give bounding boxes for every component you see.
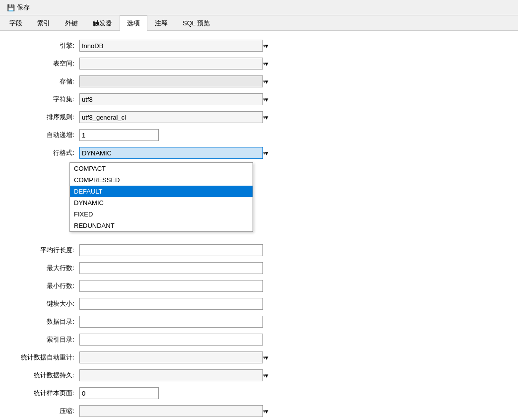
engine-control: InnoDB MyISAM MEMORY ▾ (79, 40, 268, 52)
stats-auto-recalc-select-wrapper: ▾ (79, 351, 268, 363)
stats-auto-recalc-row: 统计数据自动重计: ▾ (10, 350, 508, 364)
dropdown-item-redundant[interactable]: REDUNDANT (70, 220, 253, 231)
data-dir-control (79, 316, 263, 328)
index-dir-input[interactable] (79, 334, 263, 346)
tablespace-select-wrapper: ▾ (79, 58, 268, 70)
collation-row: 排序规则: utf8_general_ci ▾ (10, 110, 508, 124)
stats-persistent-arrow: ▾ (265, 372, 268, 379)
key-block-size-control (79, 298, 263, 310)
max-rows-row: 最大行数: (10, 261, 508, 275)
tablespace-row: 表空间: ▾ (10, 57, 508, 70)
storage-control: ▾ (79, 75, 268, 87)
dropdown-item-dynamic[interactable]: DYNAMIC (70, 197, 253, 209)
data-dir-input[interactable] (79, 316, 263, 328)
options-content: 引擎: InnoDB MyISAM MEMORY ▾ 表空间: ▾ (0, 31, 518, 420)
tab-trigger[interactable]: 触发器 (85, 15, 120, 31)
index-dir-control (79, 334, 263, 346)
collation-select-arrow: ▾ (265, 114, 268, 121)
engine-select-wrapper: InnoDB MyISAM MEMORY ▾ (79, 40, 268, 52)
stats-persistent-row: 统计数据持久: ▾ (10, 368, 508, 382)
row-format-select[interactable]: DYNAMIC (79, 147, 263, 159)
storage-select-arrow: ▾ (265, 78, 268, 85)
max-rows-input[interactable] (79, 262, 263, 274)
compression-select[interactable] (79, 405, 263, 417)
tab-comment[interactable]: 注释 (147, 15, 175, 31)
tab-bar: 字段 索引 外键 触发器 选项 注释 SQL 预览 (0, 15, 518, 31)
max-rows-control (79, 262, 263, 274)
collation-select-wrapper: utf8_general_ci ▾ (79, 111, 268, 123)
avg-row-length-label: 平均行长度: (10, 246, 79, 255)
tab-foreign-key[interactable]: 外键 (58, 15, 85, 31)
engine-label: 引擎: (10, 41, 79, 50)
min-rows-control (79, 280, 263, 292)
stats-auto-recalc-control: ▾ (79, 351, 268, 363)
charset-select[interactable]: utf8 (79, 93, 263, 105)
collation-label: 排序规则: (10, 113, 79, 122)
row-format-select-wrapper: DYNAMIC ▾ (79, 147, 268, 159)
collation-select[interactable]: utf8_general_ci (79, 111, 263, 123)
save-button[interactable]: 💾 保存 (4, 2, 33, 13)
auto-increment-control (79, 129, 159, 141)
tab-fields[interactable]: 字段 (2, 15, 30, 31)
compression-control: ▾ (79, 405, 268, 417)
auto-increment-input[interactable] (79, 129, 159, 141)
charset-row: 字符集: utf8 ▾ (10, 92, 508, 106)
row-format-control: DYNAMIC ▾ (79, 147, 268, 159)
row-format-select-arrow: ▾ (265, 149, 268, 157)
compression-arrow: ▾ (265, 408, 268, 415)
tab-index[interactable]: 索引 (30, 15, 58, 31)
engine-row: 引擎: InnoDB MyISAM MEMORY ▾ (10, 39, 508, 53)
key-block-size-label: 键块大小: (10, 299, 79, 308)
charset-select-wrapper: utf8 ▾ (79, 93, 268, 105)
storage-select[interactable] (79, 75, 263, 87)
stats-sample-pages-row: 统计样本页面: (10, 386, 508, 400)
dropdown-item-compact[interactable]: COMPACT (70, 163, 253, 174)
tablespace-select[interactable] (79, 58, 263, 70)
auto-increment-row: 自动递增: (10, 128, 508, 142)
storage-select-wrapper: ▾ (79, 75, 268, 87)
tablespace-select-arrow: ▾ (265, 60, 268, 68)
data-dir-label: 数据目录: (10, 317, 79, 326)
dropdown-item-compressed[interactable]: COMPRESSED (70, 174, 253, 186)
data-dir-row: 数据目录: (10, 315, 508, 329)
stats-persistent-select[interactable] (79, 369, 263, 381)
row-format-row: 行格式: DYNAMIC ▾ (10, 146, 508, 160)
charset-control: utf8 ▾ (79, 93, 268, 105)
engine-select-arrow: ▾ (265, 42, 268, 50)
storage-row: 存储: ▾ (10, 74, 508, 88)
save-label: 保存 (17, 3, 30, 12)
min-rows-input[interactable] (79, 280, 263, 292)
toolbar: 💾 保存 (0, 0, 518, 15)
stats-sample-pages-input[interactable] (79, 387, 159, 399)
stats-persistent-label: 统计数据持久: (10, 371, 79, 380)
storage-label: 存储: (10, 77, 79, 86)
tablespace-label: 表空间: (10, 59, 79, 68)
stats-persistent-control: ▾ (79, 369, 268, 381)
charset-label: 字符集: (10, 95, 79, 104)
tab-options[interactable]: 选项 (120, 15, 147, 31)
index-dir-row: 索引目录: (10, 333, 508, 347)
max-rows-label: 最大行数: (10, 264, 79, 273)
avg-row-length-control (79, 244, 263, 256)
avg-row-length-input[interactable] (79, 244, 263, 256)
key-block-size-input[interactable] (79, 298, 263, 310)
row-format-dropdown: COMPACT COMPRESSED DEFAULT DYNAMIC FIXED… (69, 162, 253, 232)
collation-control: utf8_general_ci ▾ (79, 111, 268, 123)
engine-select[interactable]: InnoDB MyISAM MEMORY (79, 40, 263, 52)
min-rows-label: 最小行数: (10, 281, 79, 290)
row-format-label: 行格式: (10, 148, 79, 157)
stats-auto-recalc-select[interactable] (79, 351, 263, 363)
stats-auto-recalc-arrow: ▾ (265, 354, 268, 361)
compression-select-wrapper: ▾ (79, 405, 268, 417)
avg-row-length-row: 平均行长度: (10, 243, 508, 257)
dropdown-item-fixed[interactable]: FIXED (70, 209, 253, 220)
dropdown-item-default[interactable]: DEFAULT (70, 186, 253, 197)
min-rows-row: 最小行数: (10, 279, 508, 293)
save-icon: 💾 (7, 4, 15, 11)
compression-label: 压缩: (10, 407, 79, 416)
charset-select-arrow: ▾ (265, 96, 268, 103)
tab-sql-preview[interactable]: SQL 预览 (175, 15, 217, 31)
key-block-size-row: 键块大小: (10, 297, 508, 311)
index-dir-label: 索引目录: (10, 335, 79, 344)
auto-increment-label: 自动递增: (10, 131, 79, 140)
